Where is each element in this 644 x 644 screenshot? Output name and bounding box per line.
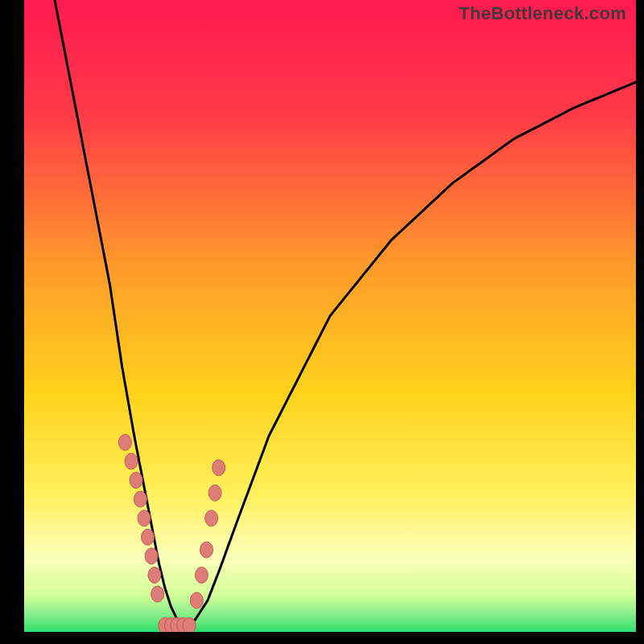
watermark-text: TheBottleneck.com — [459, 3, 626, 24]
plot-frame: TheBottleneck.com — [24, 0, 636, 632]
svg-rect-0 — [24, 0, 636, 632]
gradient-background — [24, 0, 636, 632]
